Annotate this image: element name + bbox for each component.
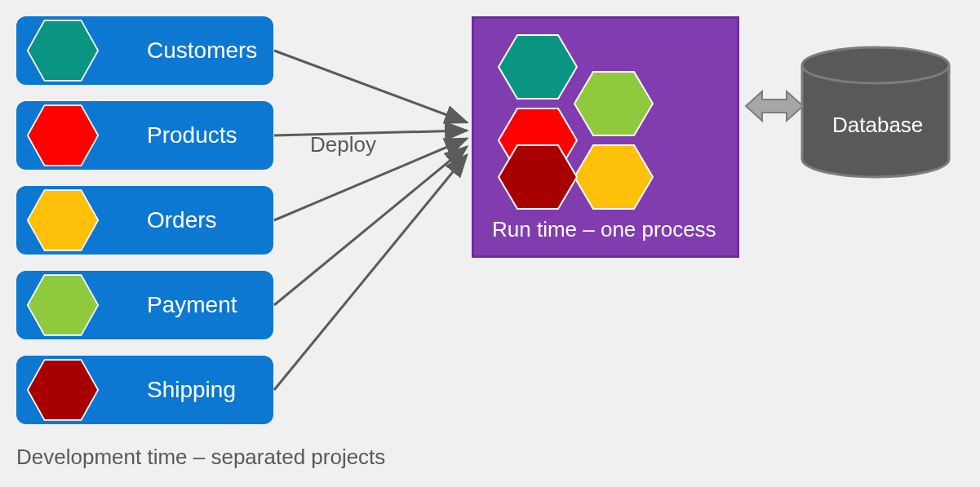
module-products: Products	[16, 101, 273, 170]
runtime-hexagons	[486, 31, 731, 219]
module-label: Products	[147, 122, 237, 148]
svg-point-11	[802, 141, 949, 177]
hexagon-icon	[574, 145, 653, 209]
module-orders: Orders	[16, 186, 273, 255]
module-label: Shipping	[147, 377, 236, 403]
module-payment: Payment	[16, 271, 273, 339]
module-label: Orders	[147, 207, 217, 233]
hexagon-icon	[499, 35, 577, 99]
database-label: Database	[832, 113, 923, 138]
dev-caption: Development time – separated projects	[16, 445, 385, 470]
svg-marker-3	[28, 275, 98, 335]
svg-marker-14	[746, 91, 803, 121]
hexagon-icon	[26, 104, 100, 167]
svg-line-10	[274, 155, 467, 390]
runtime-label: Run time – one process	[492, 217, 716, 242]
hexagon-icon	[574, 72, 653, 135]
hexagon-icon	[26, 188, 100, 252]
svg-marker-2	[28, 190, 98, 250]
runtime-box: Run time – one process	[472, 16, 739, 258]
svg-marker-1	[28, 105, 98, 166]
module-shipping: Shipping	[16, 356, 273, 424]
svg-line-9	[274, 147, 467, 305]
hexagon-icon	[26, 19, 100, 82]
bidirectional-arrow-icon	[746, 91, 803, 121]
hexagon-icon	[26, 273, 100, 337]
svg-marker-4	[28, 360, 98, 420]
deploy-label: Deploy	[310, 132, 376, 157]
svg-line-6	[274, 51, 467, 122]
module-customers: Customers	[16, 16, 273, 85]
svg-marker-0	[28, 20, 98, 81]
hexagon-icon	[26, 358, 100, 422]
deploy-arrows	[274, 51, 467, 390]
module-label: Customers	[147, 38, 257, 64]
module-label: Payment	[147, 292, 237, 318]
svg-point-13	[802, 47, 949, 83]
